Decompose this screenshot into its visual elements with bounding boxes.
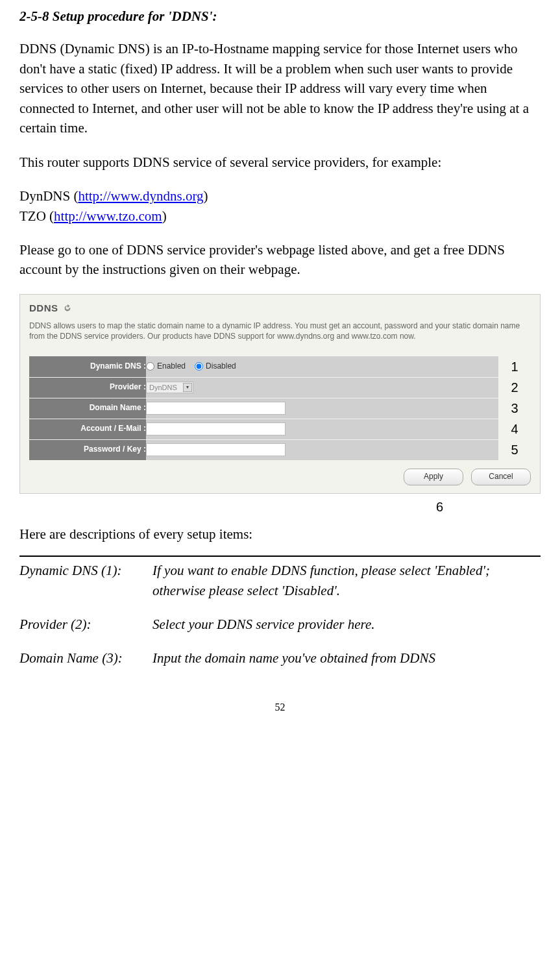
callout-2: 2 — [498, 377, 531, 398]
provider-line-dyndns: DynDNS (http://www.dyndns.org) — [19, 186, 541, 206]
radio-disabled[interactable] — [195, 362, 203, 371]
label-provider: Provider : — [29, 377, 146, 398]
separator — [19, 556, 541, 557]
desc-row-2: Provider (2): Select your DDNS service p… — [19, 615, 541, 648]
ddns-config-screenshot: DDNS DDNS allows users to map the static… — [19, 294, 541, 494]
domain-name-input[interactable] — [146, 402, 286, 415]
page-number: 52 — [19, 700, 541, 715]
paragraph-intro: DDNS (Dynamic DNS) is an IP-to-Hostname … — [19, 39, 541, 138]
tzo-link[interactable]: http://www.tzo.com — [54, 208, 162, 224]
tzo-prefix: TZO ( — [19, 208, 54, 224]
desc-label-1: Dynamic DNS (1): — [19, 561, 152, 615]
callout-6: 6 — [19, 498, 541, 517]
chevron-down-icon: ▾ — [183, 383, 192, 392]
desc-text-2: Select your DDNS service provider here. — [152, 615, 541, 648]
password-input[interactable] — [146, 443, 286, 456]
row-account: Account / E-Mail : 4 — [29, 419, 531, 439]
callout-5: 5 — [498, 439, 531, 460]
row-password: Password / Key : 5 — [29, 439, 531, 460]
apply-button[interactable]: Apply — [404, 469, 463, 485]
desc-row-1: Dynamic DNS (1): If you want to enable D… — [19, 561, 541, 615]
label-password: Password / Key : — [29, 439, 146, 460]
row-dynamic-dns: Dynamic DNS : Enabled Disabled 1 — [29, 356, 531, 377]
row-provider: Provider : DynDNS ▾ 2 — [29, 377, 531, 398]
row-domain-name: Domain Name : 3 — [29, 398, 531, 419]
cancel-button[interactable]: Cancel — [471, 469, 531, 485]
callout-3: 3 — [498, 398, 531, 419]
dyndns-prefix: DynDNS ( — [19, 188, 78, 204]
section-heading: 2-5-8 Setup procedure for 'DDNS': — [19, 6, 541, 26]
radio-enabled-label: Enabled — [157, 361, 186, 372]
radio-disabled-label: Disabled — [206, 361, 236, 372]
descriptions-intro: Here are descriptions of every setup ite… — [19, 524, 541, 544]
refresh-icon — [63, 304, 72, 313]
label-dynamic-dns: Dynamic DNS : — [29, 356, 146, 377]
config-form: Dynamic DNS : Enabled Disabled 1 Provide… — [29, 356, 531, 461]
tzo-suffix: ) — [162, 208, 167, 224]
desc-label-3: Domain Name (3): — [19, 648, 152, 682]
button-row: Apply Cancel — [404, 469, 531, 485]
dynamic-dns-radio-group: Enabled Disabled — [146, 361, 498, 372]
desc-row-3: Domain Name (3): Input the domain name y… — [19, 648, 541, 682]
paragraph-supports: This router supports DDNS service of sev… — [19, 153, 541, 172]
callout-1: 1 — [498, 356, 531, 377]
dyndns-suffix: ) — [204, 188, 208, 204]
desc-text-1: If you want to enable DDNS function, ple… — [152, 561, 541, 615]
paragraph-instructions: Please go to one of DDNS service provide… — [19, 240, 541, 280]
label-account: Account / E-Mail : — [29, 419, 146, 439]
descriptions-table: Dynamic DNS (1): If you want to enable D… — [19, 561, 541, 683]
callout-4: 4 — [498, 419, 531, 439]
desc-text-3: Input the domain name you've obtained fr… — [152, 648, 541, 682]
desc-label-2: Provider (2): — [19, 615, 152, 648]
provider-line-tzo: TZO (http://www.tzo.com) — [19, 206, 541, 226]
panel-title: DDNS — [29, 301, 58, 315]
account-input[interactable] — [146, 422, 286, 435]
label-domain-name: Domain Name : — [29, 398, 146, 419]
panel-description: DDNS allows users to map the static doma… — [29, 321, 531, 343]
provider-select-wrap: DynDNS ▾ — [146, 382, 193, 394]
radio-enabled[interactable] — [146, 362, 154, 371]
dyndns-link[interactable]: http://www.dyndns.org — [78, 188, 203, 204]
provider-list: DynDNS (http://www.dyndns.org) TZO (http… — [19, 186, 541, 226]
